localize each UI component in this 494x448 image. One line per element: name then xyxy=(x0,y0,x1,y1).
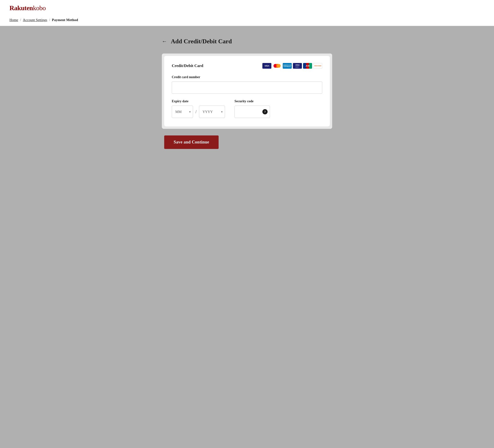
breadcrumb-bar: Home / Account Settings / Payment Method xyxy=(0,15,494,26)
breadcrumb-current: Payment Method xyxy=(52,18,78,22)
security-help-icon[interactable]: ? xyxy=(262,109,268,114)
discover-icon: DISCOVER xyxy=(313,63,322,69)
logo-part1: Rakuten xyxy=(10,4,33,12)
amex-icon: AMERICAN EXPRESS xyxy=(283,63,292,69)
security-group: Security code ? xyxy=(235,100,270,118)
card-number-input[interactable] xyxy=(172,81,322,94)
card-form-title: Credit/Debit Card xyxy=(172,64,203,68)
security-input-wrapper: ? xyxy=(235,106,270,118)
expiry-group: Expiry date MM 01 02 03 04 05 06 xyxy=(172,100,225,118)
main-content: ← Add Credit/Debit Card Credit/Debit Car… xyxy=(0,26,494,446)
month-select[interactable]: MM 01 02 03 04 05 06 07 08 09 10 xyxy=(172,106,193,118)
breadcrumb: Home / Account Settings / Payment Method xyxy=(10,18,484,22)
breadcrumb-account-settings[interactable]: Account Settings xyxy=(23,18,47,22)
back-arrow-icon[interactable]: ← xyxy=(162,38,167,45)
security-label: Security code xyxy=(235,100,270,103)
expiry-slash: / xyxy=(196,109,197,114)
header: Rakutenkobo xyxy=(0,0,494,15)
breadcrumb-separator-2: / xyxy=(49,18,50,22)
breadcrumb-separator-1: / xyxy=(20,18,21,22)
logo[interactable]: Rakutenkobo xyxy=(10,4,484,12)
save-continue-button[interactable]: Save and Continue xyxy=(164,135,219,149)
jcb-icon: JCB xyxy=(303,63,312,69)
mastercard-icon xyxy=(272,63,282,69)
save-button-wrapper: Save and Continue xyxy=(162,135,332,149)
card-number-group: Credit card number xyxy=(172,75,322,94)
breadcrumb-home[interactable]: Home xyxy=(10,18,18,22)
visa-debit-icon: VISA DEBIT xyxy=(293,63,302,69)
visa-icon: VISA xyxy=(262,63,271,69)
logo-part2: kobo xyxy=(33,4,46,12)
card-icons: VISA AMERICAN EXPRESS VISA xyxy=(262,63,322,69)
page-title: Add Credit/Debit Card xyxy=(171,38,232,45)
card-form: Credit/Debit Card VISA AMERICAN EXPRESS xyxy=(164,56,330,127)
page-header: ← Add Credit/Debit Card xyxy=(162,38,332,45)
year-select-wrapper: YYYY 2024 2025 2026 2027 2028 2029 2030 … xyxy=(199,106,225,118)
mc-right-circle xyxy=(277,64,281,68)
card-form-wrapper: Credit/Debit Card VISA AMERICAN EXPRESS xyxy=(162,53,332,129)
expiry-label: Expiry date xyxy=(172,100,225,103)
year-select[interactable]: YYYY 2024 2025 2026 2027 2028 2029 2030 … xyxy=(199,106,225,118)
expiry-security-row: Expiry date MM 01 02 03 04 05 06 xyxy=(172,100,322,118)
month-select-wrapper: MM 01 02 03 04 05 06 07 08 09 10 xyxy=(172,106,193,118)
card-form-header: Credit/Debit Card VISA AMERICAN EXPRESS xyxy=(172,63,322,69)
expiry-inputs: MM 01 02 03 04 05 06 07 08 09 10 xyxy=(172,106,225,118)
card-number-label: Credit card number xyxy=(172,75,322,79)
